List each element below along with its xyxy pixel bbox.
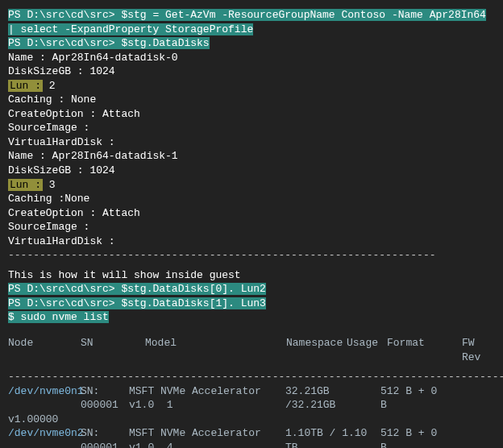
- header-namespace: Namespace: [286, 336, 347, 364]
- nvme-format: 512 B + 0 B: [380, 384, 443, 413]
- disk0-caching: Caching : None: [8, 93, 96, 106]
- nvme-model: MSFT NVMe Accelerator v1.0 4: [129, 426, 285, 448]
- disk0-lun-label: Lun :: [8, 80, 43, 92]
- nvme-device: /dev/nvme0n1: [8, 384, 81, 413]
- table-row: /dev/nvme0n1 SN: 000001 MSFT NVMe Accele…: [8, 384, 495, 413]
- disk0-createoption: CreateOption : Attach: [8, 108, 140, 120]
- disk1-name: Name : Apr28In64-datadisk-1: [8, 150, 178, 162]
- disk1-caching: Caching :None: [8, 193, 89, 205]
- disk0-name: Name : Apr28In64-datadisk-0: [8, 52, 178, 64]
- header-usage: Usage: [347, 336, 387, 364]
- disk0-size: DiskSizeGB : 1024: [8, 65, 115, 77]
- nvme-format: 512 B + 0 B: [380, 426, 443, 448]
- disk0-vhd: VirtualHardDisk :: [8, 136, 115, 148]
- nvme-sn: SN: 000001: [81, 426, 129, 448]
- nvme-usage: 32.21GB /32.21GB: [285, 384, 380, 413]
- header-fwrev: FW Rev: [462, 336, 495, 364]
- disk0-sourceimage: SourceImage :: [8, 122, 89, 134]
- disk0-lun-value: 2: [49, 80, 56, 92]
- disk1-sourceimage: SourceImage :: [8, 221, 89, 233]
- nvme-usage: 1.10TB / 1.10 TB: [285, 426, 380, 448]
- disk1-lun-value: 3: [49, 179, 56, 191]
- disk1-size: DiskSizeGB : 1024: [8, 164, 115, 176]
- header-sn: SN: [81, 336, 145, 364]
- table-row: /dev/nvme0n2 SN: 000001 MSFT NVMe Accele…: [8, 426, 495, 448]
- nvme-table-header: Node SN Model Namespace Usage Format FW …: [8, 336, 495, 364]
- table-row-fw: v1.00000: [8, 413, 495, 427]
- terminal-output: PS D:\src\cd\src> $stg = Get-AzVm -Resou…: [0, 0, 503, 448]
- ps-command-datadisks[interactable]: PS D:\src\cd\src> $stg.DataDisks: [8, 37, 210, 49]
- divider-2: ----------------------------------------…: [8, 371, 503, 383]
- nvme-fw: v1.00000: [8, 413, 58, 427]
- header-model: Model: [145, 336, 286, 364]
- nvme-device: /dev/nvme0n2: [8, 426, 81, 448]
- disk1-createoption: CreateOption : Attach: [8, 207, 140, 219]
- ps-command-lun1[interactable]: PS D:\src\cd\src> $stg.DataDisks[1]. Lun…: [8, 297, 266, 309]
- nvme-sn: SN: 000001: [81, 384, 129, 413]
- nvme-model: MSFT NVMe Accelerator v1.0 1: [129, 384, 285, 413]
- disk1-vhd: VirtualHardDisk :: [8, 235, 115, 247]
- header-node: Node: [8, 336, 81, 364]
- shell-command-nvme-list[interactable]: $ sudo nvme list: [8, 311, 109, 323]
- header-format: Format: [387, 336, 462, 364]
- divider-1: ----------------------------------------…: [8, 249, 436, 261]
- ps-command-getazvm[interactable]: PS D:\src\cd\src> $stg = Get-AzVm -Resou…: [8, 9, 486, 35]
- ps-command-lun0[interactable]: PS D:\src\cd\src> $stg.DataDisks[0]. Lun…: [8, 283, 266, 295]
- disk1-lun-label: Lun :: [8, 179, 43, 191]
- guest-note: This is how it will show inside guest: [8, 269, 241, 281]
